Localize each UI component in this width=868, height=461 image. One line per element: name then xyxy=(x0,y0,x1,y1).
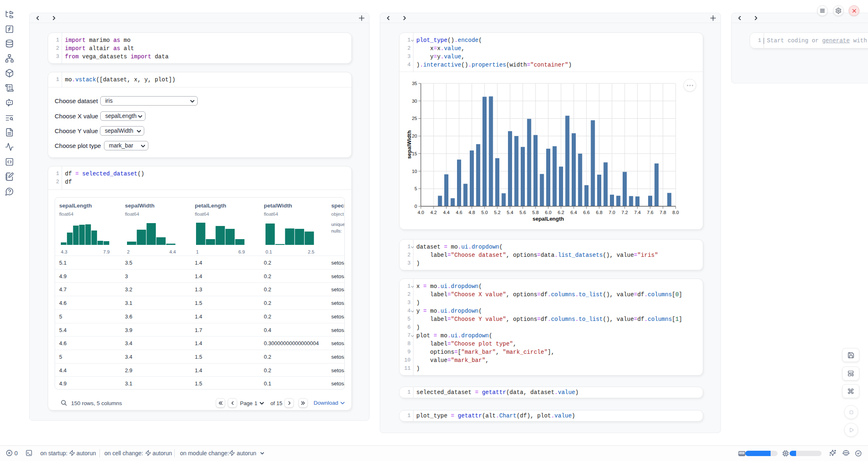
svg-text:5.2: 5.2 xyxy=(494,210,501,215)
svg-text:6.4: 6.4 xyxy=(570,210,577,215)
svg-text:4.6: 4.6 xyxy=(456,210,462,215)
svg-text:4.4: 4.4 xyxy=(443,210,450,215)
svg-text:5.6: 5.6 xyxy=(519,210,526,215)
svg-text:7.2: 7.2 xyxy=(621,210,628,215)
svg-text:15: 15 xyxy=(412,151,417,156)
svg-text:4.2: 4.2 xyxy=(430,210,437,215)
svg-text:35: 35 xyxy=(412,81,417,86)
svg-text:7.4: 7.4 xyxy=(634,210,641,215)
svg-text:5.8: 5.8 xyxy=(532,210,539,215)
svg-text:5: 5 xyxy=(415,186,417,191)
svg-text:20: 20 xyxy=(412,134,417,138)
svg-text:7.6: 7.6 xyxy=(647,210,653,215)
svg-text:25: 25 xyxy=(412,116,417,121)
svg-text:5.0: 5.0 xyxy=(481,210,488,215)
svg-text:0: 0 xyxy=(415,204,417,209)
svg-text:6.0: 6.0 xyxy=(545,210,552,215)
svg-text:7.0: 7.0 xyxy=(609,210,615,215)
svg-text:7.8: 7.8 xyxy=(660,210,666,215)
svg-text:4.0: 4.0 xyxy=(418,210,424,215)
svg-text:sepalLength: sepalLength xyxy=(533,216,564,222)
svg-text:6.8: 6.8 xyxy=(596,210,603,215)
svg-text:6.2: 6.2 xyxy=(558,210,564,215)
svg-text:6.6: 6.6 xyxy=(583,210,590,215)
svg-text:5.4: 5.4 xyxy=(507,210,514,215)
svg-text:10: 10 xyxy=(412,169,417,174)
svg-text:sepalWidth: sepalWidth xyxy=(406,130,412,159)
svg-text:30: 30 xyxy=(412,99,417,104)
svg-text:4.8: 4.8 xyxy=(469,210,475,215)
svg-text:8.0: 8.0 xyxy=(672,210,679,215)
